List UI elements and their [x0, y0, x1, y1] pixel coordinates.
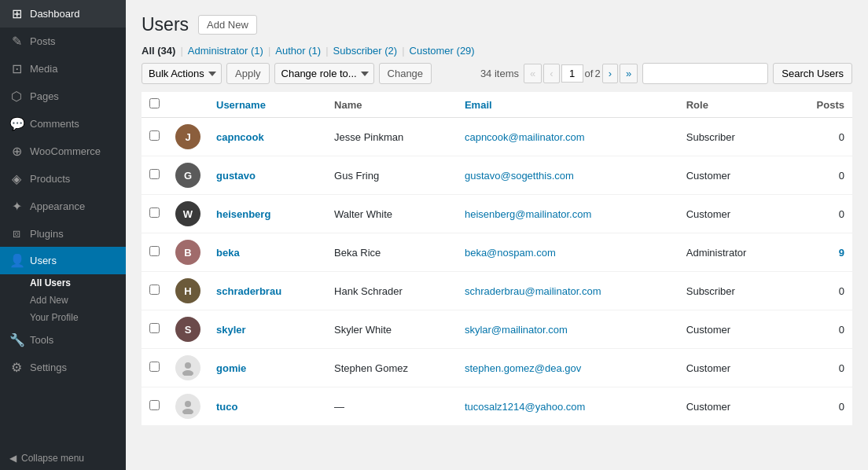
- row-username-cell: heisenberg: [208, 195, 326, 233]
- username-link[interactable]: skyler: [216, 324, 246, 336]
- email-link[interactable]: tucosalz1214@yahoo.com: [465, 401, 585, 413]
- filter-administrator[interactable]: Administrator (1): [188, 45, 263, 57]
- filter-bar: All (34) | Administrator (1) | Author (1…: [142, 45, 852, 57]
- sidebar-sub-all-users[interactable]: All Users: [0, 274, 126, 292]
- bulk-actions-select[interactable]: Bulk Actions: [142, 63, 222, 84]
- row-checkbox[interactable]: [149, 207, 160, 218]
- email-link[interactable]: stephen.gomez@dea.gov: [465, 362, 581, 374]
- username-link[interactable]: schraderbrau: [216, 285, 281, 297]
- row-checkbox[interactable]: [149, 323, 160, 333]
- username-link[interactable]: gomie: [216, 362, 246, 374]
- row-role-cell: Administrator: [679, 233, 789, 272]
- apply-button[interactable]: Apply: [226, 63, 270, 84]
- comments-icon: 💬: [9, 116, 24, 131]
- sidebar-item-label: Products: [30, 173, 70, 185]
- filter-author[interactable]: Author (1): [275, 45, 321, 57]
- row-checkbox[interactable]: [149, 246, 160, 256]
- username-link[interactable]: beka: [216, 247, 240, 259]
- row-checkbox[interactable]: [149, 400, 160, 410]
- row-posts-cell: 9: [789, 233, 852, 272]
- sidebar-item-comments[interactable]: 💬 Comments: [0, 110, 126, 138]
- change-role-select[interactable]: Change role to...: [274, 63, 374, 84]
- sidebar-item-users[interactable]: 👤 Users: [0, 247, 126, 274]
- filter-all[interactable]: All (34): [142, 45, 175, 57]
- sidebar-item-settings[interactable]: ⚙ Settings: [0, 354, 126, 381]
- filter-subscriber[interactable]: Subscriber (2): [333, 45, 398, 57]
- filter-customer[interactable]: Customer (29): [410, 45, 475, 57]
- email-link[interactable]: heisenberg@mailinator.com: [465, 208, 591, 220]
- username-link[interactable]: gustavo: [216, 170, 256, 182]
- sidebar-item-pages[interactable]: ⬡ Pages: [0, 83, 126, 110]
- sidebar-item-plugins[interactable]: ⧇ Plugins: [0, 220, 126, 247]
- sidebar-sub-your-profile[interactable]: Your Profile: [0, 309, 126, 326]
- row-avatar-cell: [167, 387, 208, 426]
- avatar: J: [175, 124, 200, 149]
- row-name-cell: Stephen Gomez: [326, 349, 457, 387]
- tools-icon: 🔧: [9, 332, 24, 347]
- username-link[interactable]: tuco: [216, 401, 237, 413]
- table-row: W heisenberg Walter White heisenberg@mai…: [142, 195, 852, 233]
- svg-point-2: [185, 401, 191, 407]
- collapse-menu-button[interactable]: ◀ Collapse menu: [0, 446, 126, 470]
- sidebar-item-label: Users: [30, 255, 57, 266]
- email-link[interactable]: gustavo@sogetthis.com: [465, 170, 574, 182]
- next-page-button[interactable]: ›: [602, 64, 618, 83]
- sidebar-item-label: Pages: [30, 90, 59, 102]
- change-button[interactable]: Change: [379, 63, 432, 84]
- row-email-cell: capncook@mailinator.com: [457, 118, 679, 156]
- avatar: [175, 394, 200, 419]
- prev-page-button[interactable]: ‹: [543, 64, 559, 83]
- sidebar-sub-add-new[interactable]: Add New: [0, 292, 126, 309]
- collapse-icon: ◀: [9, 453, 17, 464]
- page-number-input[interactable]: 1: [561, 64, 583, 83]
- table-row: B beka Beka Rice beka@nospam.com Adminis…: [142, 233, 852, 272]
- row-avatar-cell: [167, 349, 208, 387]
- sidebar-item-tools[interactable]: 🔧 Tools: [0, 326, 126, 354]
- row-avatar-cell: W: [167, 195, 208, 233]
- email-link[interactable]: schraderbrau@mailinator.com: [465, 285, 601, 297]
- sidebar-item-media[interactable]: ⊡ Media: [0, 55, 126, 83]
- row-posts-cell: 0: [789, 118, 852, 156]
- avatar: B: [175, 240, 200, 265]
- add-new-button[interactable]: Add New: [198, 15, 257, 35]
- row-name-cell: Skyler White: [326, 310, 457, 349]
- row-checkbox[interactable]: [149, 285, 160, 295]
- row-username-cell: gomie: [208, 349, 326, 387]
- username-link[interactable]: heisenberg: [216, 208, 270, 220]
- first-page-button[interactable]: «: [524, 64, 542, 83]
- email-link[interactable]: beka@nospam.com: [465, 247, 556, 259]
- row-checkbox[interactable]: [149, 362, 160, 372]
- email-link[interactable]: capncook@mailinator.com: [465, 131, 585, 143]
- row-name-cell: Gus Fring: [326, 156, 457, 195]
- sidebar-item-label: Tools: [30, 334, 53, 346]
- search-users-button[interactable]: Search Users: [773, 63, 852, 84]
- woocommerce-icon: ⊕: [9, 144, 24, 159]
- sidebar-item-posts[interactable]: ✎ Posts: [0, 28, 126, 55]
- sidebar-item-label: Comments: [30, 118, 79, 130]
- sidebar-item-dashboard[interactable]: ⊞ Dashboard: [0, 0, 126, 28]
- row-checkbox[interactable]: [149, 130, 160, 141]
- posts-link[interactable]: 9: [839, 247, 844, 259]
- sidebar-item-appearance[interactable]: ✦ Appearance: [0, 193, 126, 220]
- col-username[interactable]: Username: [208, 92, 326, 118]
- username-link[interactable]: capncook: [216, 131, 264, 143]
- search-input[interactable]: [642, 63, 768, 84]
- sidebar-item-woocommerce[interactable]: ⊕ WooCommerce: [0, 138, 126, 165]
- table-row: J capncook Jesse Pinkman capncook@mailin…: [142, 118, 852, 156]
- row-checkbox[interactable]: [149, 169, 160, 179]
- last-page-button[interactable]: »: [620, 64, 638, 83]
- sidebar-item-label: Posts: [30, 35, 56, 47]
- row-avatar-cell: J: [167, 118, 208, 156]
- email-link[interactable]: skylar@mailinator.com: [465, 324, 568, 336]
- dashboard-icon: ⊞: [9, 6, 24, 21]
- row-checkbox-cell: [142, 272, 167, 310]
- row-checkbox-cell: [142, 310, 167, 349]
- row-checkbox-cell: [142, 195, 167, 233]
- row-role-cell: Customer: [679, 310, 789, 349]
- select-all-checkbox[interactable]: [149, 98, 160, 108]
- toolbar: Bulk Actions Apply Change role to... Cha…: [142, 63, 852, 84]
- col-email[interactable]: Email: [457, 92, 679, 118]
- row-name-cell: Jesse Pinkman: [326, 118, 457, 156]
- media-icon: ⊡: [9, 61, 24, 76]
- sidebar-item-products[interactable]: ◈ Products: [0, 165, 126, 193]
